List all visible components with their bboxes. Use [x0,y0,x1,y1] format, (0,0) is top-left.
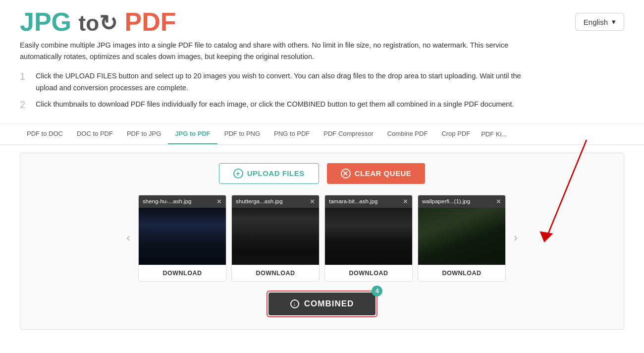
tab-jpg-to-pdf[interactable]: JPG to PDF [168,124,217,144]
card-1-filename: sheng-hu-...ash.jpg [143,198,191,204]
card-1-thumbnail [139,208,226,265]
combined-button[interactable]: ↓ COMBINED [268,293,376,315]
logo-to: to↻ [79,11,118,35]
card-1-download-button[interactable]: DOWNLOAD [139,265,226,281]
card-2-download-button[interactable]: DOWNLOAD [232,265,319,281]
logo-pdf: PDF [125,7,176,36]
tab-png-to-pdf[interactable]: PNG to PDF [267,124,317,144]
clear-icon: ✕ [341,169,351,178]
step-1-number: 1 [20,70,29,82]
card-2-header: shutterga...ash.jpg ✕ [232,195,319,208]
step-2-text: Click thumbnails to download PDF files i… [36,99,514,110]
description-text: Easily combine multiple JPG images into … [0,40,545,68]
card-4-thumbnail [418,208,506,265]
card-3-download-button[interactable]: DOWNLOAD [325,265,412,281]
image-card-3: tamara-bit...ash.jpg ✕ DOWNLOAD [324,195,413,282]
tab-pdf-to-png[interactable]: PDF to PNG [217,124,267,144]
step-2-number: 2 [20,99,29,111]
combined-download-icon: ↓ [290,299,299,308]
card-1-header: sheng-hu-...ash.jpg ✕ [139,195,226,208]
header: JPG to↻ PDF English ▾ [0,0,644,40]
clear-queue-label: CLEAR QUEUE [355,169,412,177]
tab-pdf-compressor[interactable]: PDF Compressor [317,124,380,144]
card-4-filename: wallpaperfi...(1).jpg [422,198,470,204]
image-card-4: wallpaperfi...(1).jpg ✕ DOWNLOAD [418,195,506,282]
tab-pdf-ki[interactable]: PDF Ki... [477,124,511,144]
combined-label: COMBINED [304,299,354,309]
card-4-image[interactable] [418,208,506,265]
next-nav-button[interactable]: › [506,232,526,244]
toolbar: + UPLOAD FILES ✕ CLEAR QUEUE [20,163,624,184]
step-1-text: Click the UPLOAD FILES button and select… [36,70,531,93]
card-3-close-button[interactable]: ✕ [403,198,408,205]
card-3-filename: tamara-bit...ash.jpg [329,198,377,204]
tab-combine-pdf[interactable]: Combine PDF [380,124,435,144]
tab-doc-to-pdf[interactable]: DOC to PDF [70,124,120,144]
card-2-thumbnail [232,208,320,265]
language-selector[interactable]: English ▾ [575,13,624,31]
steps-list: 1 Click the UPLOAD FILES button and sele… [0,68,644,123]
upload-files-label: UPLOAD FILES [247,169,305,177]
logo-jpg: JPG [20,7,71,36]
step-1: 1 Click the UPLOAD FILES button and sele… [20,70,624,93]
combined-area: ↓ COMBINED 4 [20,291,624,317]
tab-crop-pdf[interactable]: Crop PDF [434,124,477,144]
main-content: + UPLOAD FILES ✕ CLEAR QUEUE ‹ sheng-hu-… [20,153,624,330]
card-3-thumbnail [325,208,413,265]
card-3-header: tamara-bit...ash.jpg ✕ [325,195,412,208]
logo: JPG to↻ PDF [20,9,176,35]
clear-queue-button[interactable]: ✕ CLEAR QUEUE [327,163,426,184]
tab-pdf-to-doc[interactable]: PDF to DOC [20,124,70,144]
card-2-close-button[interactable]: ✕ [310,198,315,205]
chevron-down-icon: ▾ [612,17,616,26]
tab-pdf-to-jpg[interactable]: PDF to JPG [120,124,168,144]
page-wrapper: JPG to↻ PDF English ▾ Easily combine mul… [0,0,644,353]
image-card-1: sheng-hu-...ash.jpg ✕ DOWNLOAD [138,195,226,282]
image-card-2: shutterga...ash.jpg ✕ DOWNLOAD [231,195,320,282]
card-4-close-button[interactable]: ✕ [496,198,501,205]
card-2-filename: shutterga...ash.jpg [236,198,283,204]
prev-nav-button[interactable]: ‹ [118,232,138,244]
step-2: 2 Click thumbnails to download PDF files… [20,99,624,111]
card-4-header: wallpaperfi...(1).jpg ✕ [418,195,505,208]
upload-files-button[interactable]: + UPLOAD FILES [219,163,319,184]
carousel: ‹ sheng-hu-...ash.jpg ✕ DOWNLOAD [20,195,624,282]
card-1-image[interactable] [139,208,226,265]
combined-badge: 4 [372,286,382,296]
card-4-download-button[interactable]: DOWNLOAD [418,265,505,281]
combined-button-wrapper: ↓ COMBINED 4 [267,291,378,317]
language-label: English [584,18,608,26]
card-3-image[interactable] [325,208,413,265]
cards-container: sheng-hu-...ash.jpg ✕ DOWNLOAD shutterga… [138,195,506,282]
card-2-image[interactable] [232,208,320,265]
tabs-bar: PDF to DOC DOC to PDF PDF to JPG JPG to … [0,123,644,145]
card-1-close-button[interactable]: ✕ [216,198,222,205]
upload-icon: + [233,169,243,178]
